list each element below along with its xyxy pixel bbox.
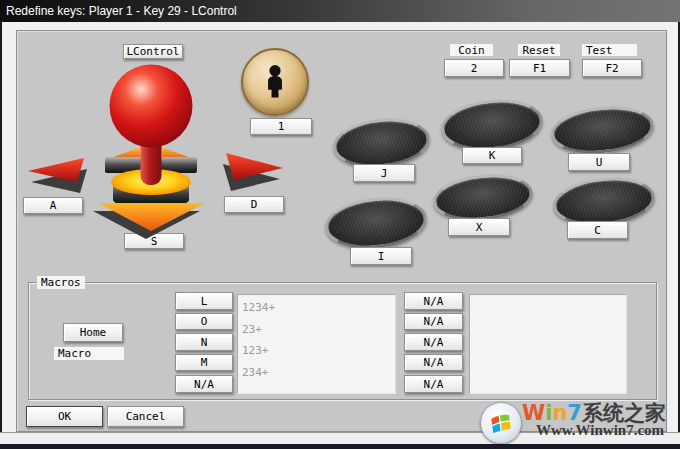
macro-key-button-4[interactable]: M <box>175 354 233 371</box>
key-button-down[interactable]: S <box>124 233 184 249</box>
coin-label: Coin <box>450 44 493 56</box>
watermark-url: Www.Winwin7.com <box>536 422 664 439</box>
home-button[interactable]: Home <box>63 323 123 342</box>
key-button-reset[interactable]: F1 <box>509 59 570 77</box>
person-icon <box>262 64 288 100</box>
key-button-action-2[interactable]: K <box>462 147 522 164</box>
macro-key-button-5[interactable]: N/A <box>175 375 233 393</box>
key-button-action-3[interactable]: U <box>568 153 630 171</box>
key-button-test[interactable]: F2 <box>582 59 642 77</box>
key-button-action-4[interactable]: I <box>350 247 412 265</box>
key-button-action-6[interactable]: C <box>567 221 628 239</box>
macro-label: Macro <box>54 347 124 360</box>
macro-na-button-4[interactable]: N/A <box>404 354 463 371</box>
reset-label: Reset <box>518 44 560 56</box>
key-label-down: S <box>151 235 158 248</box>
key-button-up[interactable]: LControl <box>123 44 183 59</box>
test-label: Test <box>582 44 637 56</box>
player-coin <box>241 48 309 116</box>
macro-na-button-2[interactable]: N/A <box>404 313 463 330</box>
macro-key-button-2[interactable]: O <box>175 313 233 330</box>
title-bar[interactable]: Redefine keys: Player 1 - Key 29 - LCont… <box>0 0 680 22</box>
key-button-action-5[interactable]: X <box>448 218 510 236</box>
window-title: Redefine keys: Player 1 - Key 29 - LCont… <box>6 4 237 18</box>
key-button-action-1[interactable]: J <box>353 164 415 182</box>
key-button-right[interactable]: D <box>224 196 284 213</box>
macro-value-1: 1234+ <box>242 297 395 319</box>
ok-button[interactable]: OK <box>26 406 103 427</box>
macro-na-button-3[interactable]: N/A <box>404 333 463 351</box>
cancel-button[interactable]: Cancel <box>107 406 184 427</box>
macro-values-textarea-2[interactable] <box>469 294 627 394</box>
macro-value-2: 23+ <box>242 319 395 341</box>
macros-group-label: Macros <box>37 276 85 289</box>
macro-value-3: 123+ <box>242 340 395 362</box>
macro-na-button-5[interactable]: N/A <box>404 375 463 393</box>
key-label-up: LControl <box>127 45 180 58</box>
redefine-keys-dialog: Redefine keys: Player 1 - Key 29 - LCont… <box>0 0 680 449</box>
key-button-left[interactable]: A <box>23 197 83 214</box>
macro-values-textarea[interactable]: 1234+ 23+ 123+ 234+ <box>237 294 396 394</box>
player1-label: 1 <box>278 120 285 133</box>
key-button-player1[interactable]: 1 <box>250 118 312 135</box>
watermark: Win7系统之家 Www.Winwin7.com <box>478 399 678 447</box>
key-label-left: A <box>50 199 57 212</box>
macro-na-button-1[interactable]: N/A <box>404 292 463 310</box>
macro-key-button-3[interactable]: N <box>175 333 233 351</box>
key-button-coin[interactable]: 2 <box>444 59 504 77</box>
macro-key-button-1[interactable]: L <box>175 292 233 310</box>
windows-logo-icon <box>480 402 522 444</box>
macro-value-4: 234+ <box>242 362 395 384</box>
key-label-right: D <box>251 198 258 211</box>
